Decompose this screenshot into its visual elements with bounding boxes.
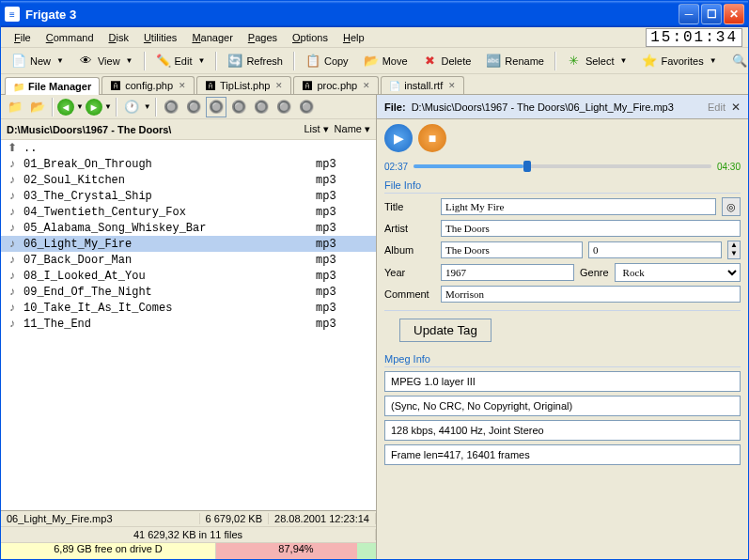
tab-install-rtf[interactable]: 📄install.rtf✕	[381, 76, 464, 94]
view-button[interactable]: 👁View▼	[72, 51, 140, 71]
current-path: D:\Music\Doors\1967 - The Doors\	[7, 124, 171, 135]
track-spinner[interactable]: ▲▼	[727, 241, 741, 259]
album-field[interactable]	[441, 241, 583, 258]
delete-button[interactable]: ✖Delete	[416, 51, 478, 71]
file-list[interactable]: ⬆..♪01_Break_On_Throughmp3♪02_Soul_Kitch…	[1, 140, 376, 510]
title-field[interactable]	[441, 198, 716, 215]
nav-icon[interactable]: 🕐	[121, 97, 142, 117]
titlebar: ≡ Frigate 3 ─ ☐ ✕	[1, 1, 748, 27]
file-panel: 📁 📂 ◄ ▼ ► ▼ 🕐 ▼ 🔘 🔘 🔘 🔘 🔘 🔘 🔘	[1, 95, 377, 559]
menu-disk[interactable]: Disk	[101, 30, 136, 45]
favorites-button[interactable]: ⭐Favorites▼	[635, 51, 723, 71]
move-button[interactable]: 📂Move	[357, 51, 414, 71]
tab-file-manager[interactable]: 📁File Manager	[5, 77, 100, 95]
genre-select[interactable]: Rock	[615, 263, 741, 282]
sort-mode[interactable]: Name ▾	[335, 123, 370, 135]
new-button[interactable]: 📄New▼	[5, 51, 70, 71]
status-filename: 06_Light_My_Fire.mp3	[1, 513, 200, 524]
tab-close-icon[interactable]: ✕	[363, 81, 370, 90]
main-toolbar: 📄New▼👁View▼✏️Edit▼🔄Refresh📋Copy📂Move✖Del…	[1, 48, 748, 74]
path-bar: D:\Music\Doors\1967 - The Doors\ List ▾ …	[1, 119, 376, 140]
app-icon: ≡	[5, 7, 20, 22]
menu-command[interactable]: Command	[39, 30, 101, 45]
list-item[interactable]: ♪01_Break_On_Throughmp3	[1, 156, 376, 172]
close-button[interactable]: ✕	[724, 4, 744, 24]
menu-utilities[interactable]: Utilities	[136, 30, 184, 45]
close-preview-icon[interactable]: ✕	[731, 101, 741, 114]
move-icon: 📂	[364, 54, 379, 69]
menu-help[interactable]: Help	[335, 30, 372, 45]
list-item[interactable]: ♪04_Twentieth_Century_Foxmp3	[1, 204, 376, 220]
preview-header: File: D:\Music\Doors\1967 - The Doors\06…	[377, 95, 748, 119]
mpeg-info-line: Frame len=417, 16401 frames	[384, 444, 741, 465]
list-item[interactable]: ♪05_Alabama_Song_Whiskey_Barmp3	[1, 220, 376, 236]
new-icon: 📄	[11, 54, 26, 69]
list-item[interactable]: ♪10_Take_It_As_It_Comesmp3	[1, 300, 376, 316]
file-icon: ♪	[5, 317, 20, 331]
list-mode[interactable]: List ▾	[304, 123, 328, 135]
back-button[interactable]: ◄	[57, 99, 74, 116]
comment-field[interactable]	[441, 286, 741, 303]
select-button[interactable]: ✳Select▼	[560, 51, 634, 71]
tab-close-icon[interactable]: ✕	[275, 81, 283, 90]
comment-label: Comment	[384, 288, 435, 300]
list-item[interactable]: ♪07_Back_Door_Manmp3	[1, 252, 376, 268]
tab-close-icon[interactable]: ✕	[448, 81, 456, 90]
menu-options[interactable]: Options	[285, 30, 335, 45]
list-item[interactable]: ⬆..	[1, 140, 376, 156]
filter-e-icon[interactable]: 🔘	[251, 97, 272, 117]
time-total: 04:30	[717, 162, 741, 172]
artist-field[interactable]	[441, 220, 741, 237]
playing-path: D:\Music\Doors\1967 - The Doors\06_Light…	[412, 101, 702, 113]
list-item[interactable]: ♪09_End_Of_The_Nightmp3	[1, 284, 376, 300]
tab-close-icon[interactable]: ✕	[179, 81, 186, 90]
minimize-button[interactable]: ─	[679, 4, 699, 24]
up-icon[interactable]: 📁	[5, 97, 25, 117]
filter-g-icon[interactable]: 🔘	[296, 97, 317, 117]
seek-bar[interactable]	[414, 164, 711, 168]
refresh-button[interactable]: 🔄Refresh	[221, 51, 289, 71]
menu-pages[interactable]: Pages	[241, 30, 285, 45]
list-item[interactable]: ♪06_Light_My_Firemp3	[1, 236, 376, 252]
genre-label: Genre	[580, 267, 609, 278]
album-label: Album	[384, 244, 435, 256]
tab-tiplist-php[interactable]: 🅰TipList.php✕	[196, 76, 291, 94]
rename-button[interactable]: 🔤Rename	[479, 51, 551, 71]
tag-lookup-icon[interactable]: ◎	[722, 197, 741, 216]
edit-link[interactable]: Edit	[708, 101, 726, 113]
filter-a-icon[interactable]: 🔘	[161, 97, 181, 117]
file-icon: ♪	[5, 173, 20, 187]
list-item[interactable]: ♪08_I_Looked_At_Yoump3	[1, 268, 376, 284]
track-field[interactable]	[588, 241, 722, 258]
file-icon: ♪	[5, 189, 20, 203]
copy-button[interactable]: 📋Copy	[299, 51, 355, 71]
mpeg-info-line: (Sync, No CRC, No Copyright, Original)	[384, 396, 741, 416]
folder-icon[interactable]: 📂	[27, 97, 48, 117]
list-item[interactable]: ♪02_Soul_Kitchenmp3	[1, 172, 376, 188]
filter-f-icon[interactable]: 🔘	[273, 97, 294, 117]
nav-toolbar: 📁 📂 ◄ ▼ ► ▼ 🕐 ▼ 🔘 🔘 🔘 🔘 🔘 🔘 🔘	[1, 95, 376, 119]
tab-config-php[interactable]: 🅰config.php✕	[101, 76, 195, 94]
play-button[interactable]: ▶	[384, 124, 413, 152]
refresh-icon: 🔄	[227, 54, 242, 69]
tab-proc-php[interactable]: 🅰proc.php✕	[293, 76, 379, 94]
edit-button[interactable]: ✏️Edit▼	[149, 51, 212, 71]
list-item[interactable]: ♪03_The_Crystal_Shipmp3	[1, 188, 376, 204]
status-size: 6 679,02 KB	[200, 513, 270, 524]
mpeg-info-line: MPEG 1.0 layer III	[384, 371, 741, 392]
year-field[interactable]	[441, 264, 574, 281]
filter-d-icon[interactable]: 🔘	[228, 97, 249, 117]
forward-button[interactable]: ►	[86, 99, 102, 116]
maximize-button[interactable]: ☐	[701, 4, 722, 24]
menu-file[interactable]: File	[7, 30, 39, 45]
file-icon: ♪	[5, 253, 20, 267]
filter-c-icon[interactable]: 🔘	[206, 97, 226, 117]
update-tag-button[interactable]: Update Tag	[399, 319, 492, 342]
search-button[interactable]: 🔍Search	[726, 51, 749, 71]
list-item[interactable]: ♪11_The_Endmp3	[1, 316, 376, 332]
status-bar: 06_Light_My_Fire.mp3 6 679,02 KB 28.08.2…	[1, 510, 376, 559]
filter-b-icon[interactable]: 🔘	[183, 97, 204, 117]
stop-button[interactable]: ■	[418, 124, 446, 152]
menu-manager[interactable]: Manager	[184, 30, 240, 45]
view-icon: 👁	[79, 54, 94, 69]
